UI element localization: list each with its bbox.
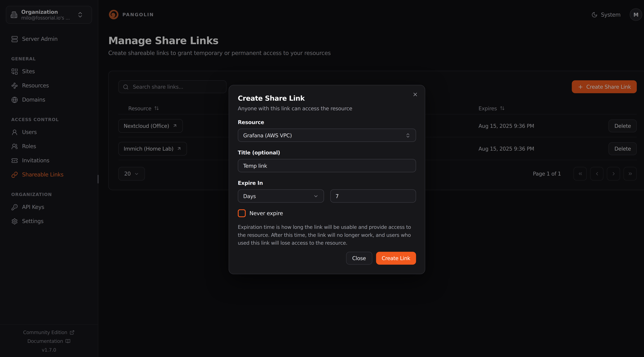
close-button[interactable]: Close bbox=[346, 252, 372, 265]
resource-field-label: Resource bbox=[238, 119, 416, 125]
expire-unit-value: Days bbox=[243, 193, 313, 199]
chevrons-up-down-icon bbox=[405, 133, 410, 138]
never-expire-checkbox[interactable] bbox=[238, 209, 246, 217]
modal-title: Create Share Link bbox=[238, 94, 416, 102]
expire-unit-select[interactable]: Days bbox=[238, 189, 324, 203]
screen: Organization milo@fossorial.io's ... Ser… bbox=[0, 0, 644, 357]
chevron-down-icon bbox=[313, 193, 318, 199]
expiration-description: Expiration time is how long the link wil… bbox=[238, 223, 416, 247]
expire-amount-input[interactable] bbox=[330, 189, 416, 203]
create-share-link-modal: Create Share Link Anyone with this link … bbox=[228, 85, 425, 274]
modal-subtitle: Anyone with this link can access the res… bbox=[238, 105, 416, 112]
title-field-label: Title (optional) bbox=[238, 149, 416, 156]
expire-field-label: Expire In bbox=[238, 180, 416, 186]
never-expire-row[interactable]: Never expire bbox=[238, 209, 416, 217]
never-expire-label: Never expire bbox=[250, 210, 283, 216]
title-input[interactable] bbox=[238, 159, 416, 172]
create-link-button[interactable]: Create Link bbox=[376, 252, 416, 265]
resource-select[interactable]: Grafana (AWS VPC) bbox=[238, 129, 416, 142]
close-icon[interactable] bbox=[412, 91, 418, 97]
x-icon bbox=[412, 91, 418, 97]
resource-select-value: Grafana (AWS VPC) bbox=[243, 132, 405, 138]
